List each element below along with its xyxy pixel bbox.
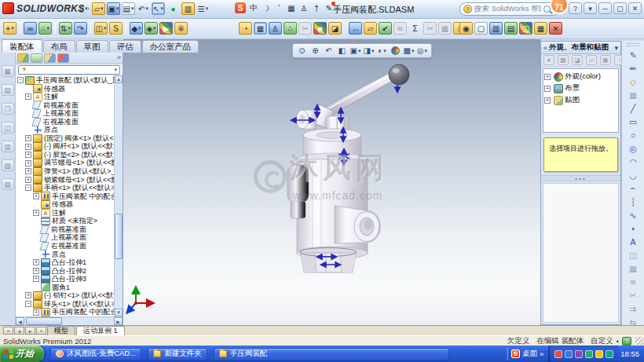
configurationmanager-tab[interactable]	[44, 53, 56, 63]
sogou-logo-icon[interactable]: S	[235, 2, 246, 13]
close-all-windows-icon[interactable]: ✕	[549, 22, 562, 35]
task-button[interactable]: 手压阀装配	[214, 348, 449, 360]
pin-icon[interactable]: ▾	[614, 44, 618, 52]
tree-item[interactable]: +注解	[16, 93, 114, 101]
tree-item[interactable]: +调节螺母<1> (默认<<默认	[16, 159, 114, 167]
tray-shield[interactable]	[606, 350, 613, 358]
tray-messenger[interactable]	[565, 350, 573, 358]
tree-item[interactable]: 右视基准面	[16, 118, 114, 126]
tree-item[interactable]: +注解	[16, 209, 114, 218]
tree-item[interactable]: +锁紧螺母<1> (默认<<默认	[16, 176, 114, 185]
tree-item[interactable]: 前视基准面	[16, 225, 114, 234]
pane-splitter[interactable]: •••	[541, 175, 620, 181]
3d-sketch-icon[interactable]: ✏	[626, 62, 640, 74]
ime-punctuation-icon[interactable]: ’	[273, 2, 284, 13]
expand-icon[interactable]: +	[25, 292, 31, 298]
left-dock-icon-2[interactable]: ▤	[2, 84, 14, 96]
expand-icon[interactable]: +	[33, 268, 39, 274]
model-tab-运动算例 1[interactable]: 运动算例 1	[76, 326, 125, 335]
linear-component-pattern-caret-icon[interactable]: ▾	[46, 25, 49, 31]
left-dock-icon-7[interactable]: ▧	[2, 178, 14, 190]
new-document-icon[interactable]: ▯▾	[77, 2, 90, 15]
tree-item[interactable]: 上视基准面	[16, 233, 114, 242]
large-assembly-mode-icon[interactable]: ≋	[393, 22, 407, 35]
tree-item[interactable]: 传感器	[16, 200, 114, 209]
design-check-icon[interactable]: ✔	[379, 22, 392, 35]
tree-item[interactable]: +(固定) 阀体<1> (默认<<默	[16, 134, 114, 143]
component-pattern-tool-icon[interactable]: ∴	[284, 22, 297, 35]
tree-item[interactable]: +(-) 阀杆<1> (默认<<默认	[16, 142, 114, 151]
rewind-button[interactable]: «	[3, 327, 13, 335]
corner-rectangle-icon[interactable]: ▭	[626, 115, 640, 127]
exploded-view-icon[interactable]: ※	[174, 22, 188, 35]
featuremanager-tab[interactable]	[17, 53, 29, 63]
save-appearance-file-icon[interactable]: ▣	[600, 55, 611, 65]
mate-diagnostics-icon[interactable]: ♙	[269, 22, 282, 35]
screen-capture-icon[interactable]: ◉	[459, 22, 473, 35]
tray-update[interactable]	[595, 350, 603, 358]
hide-show-items-icon[interactable]: ◐▾	[375, 45, 389, 57]
tab-装配体[interactable]: 装配体	[2, 39, 42, 53]
view-orientation-caret-icon[interactable]: ▾	[358, 48, 361, 54]
tree-item[interactable]: 原点	[16, 250, 114, 258]
save-icon[interactable]: ▣▾	[107, 2, 120, 15]
customize-caret-icon[interactable]: ▴	[616, 338, 619, 344]
apply-scene-icon[interactable]: ▩▾	[402, 45, 415, 57]
pack-and-go-icon[interactable]: ▱	[364, 22, 377, 35]
scroll-up-button[interactable]: ▲	[115, 75, 123, 83]
view-orientation-icon[interactable]: ▣▾	[349, 45, 362, 57]
close-button[interactable]: ✕	[628, 2, 642, 14]
line-icon[interactable]: ╱	[626, 102, 640, 114]
tree-item[interactable]: 上视基准面	[16, 109, 114, 118]
insert-components-icon[interactable]: +▾	[3, 22, 16, 35]
tree-item[interactable]: −球头<1> (默认<<默认>_显	[16, 300, 114, 309]
zoom-to-area-icon[interactable]: ⊕	[309, 45, 322, 57]
convert-entities-icon[interactable]: ⇉	[626, 302, 640, 314]
scroll-right-button[interactable]: ▶	[114, 317, 123, 325]
tab-布局[interactable]: 布局	[43, 40, 75, 53]
tree-item[interactable]: +手压阀装配 中的配合	[16, 192, 114, 201]
expand-icon[interactable]: +	[25, 177, 31, 183]
perimeter-circle-icon[interactable]: ◎	[626, 142, 640, 154]
expand-icon[interactable]: +	[33, 259, 39, 265]
open-document-caret-icon[interactable]: ▾	[101, 5, 104, 12]
prev-button[interactable]: ◂	[14, 327, 24, 335]
sketch-icon[interactable]: ✎	[626, 49, 640, 60]
collapse-icon[interactable]: −	[17, 77, 24, 83]
taskbar-divider[interactable]	[507, 348, 508, 360]
minimize-button[interactable]: ─	[598, 2, 612, 14]
window-new-icon[interactable]: ▢	[474, 22, 488, 35]
manager-tabs-overflow[interactable]: »	[117, 53, 121, 63]
print-icon[interactable]: ▤▾	[122, 2, 135, 15]
model-tab-模型[interactable]: 模型	[47, 326, 75, 335]
resize-grip[interactable]	[635, 337, 643, 345]
tab-评估[interactable]: 评估	[109, 40, 141, 53]
linear-sketch-pattern-icon[interactable]: ▦	[626, 262, 640, 274]
edit-appearance-icon[interactable]	[389, 45, 402, 57]
smart-fasteners-icon[interactable]: S	[109, 22, 123, 35]
tree-vertical-scrollbar[interactable]: ▲ ▼	[114, 75, 123, 316]
tab-草图[interactable]: 草图	[76, 40, 108, 53]
3-point-arc-icon[interactable]: ⌢	[626, 182, 640, 194]
decal-filter-icon[interactable]: ◪	[572, 55, 583, 65]
sketch-picture-icon[interactable]: ▦	[626, 89, 640, 101]
file-properties-icon[interactable]: ▥	[181, 2, 195, 15]
task-button[interactable]: 新建文件夹	[148, 348, 207, 360]
restore-button[interactable]: ▢	[613, 2, 627, 14]
expand-icon[interactable]: +	[25, 135, 31, 141]
tree-item[interactable]: +(-) 销钉<1> (默认<<默认	[16, 291, 114, 300]
expand-icon[interactable]: +	[25, 152, 31, 158]
ime-halfwidth-moon-icon[interactable]: ☽	[261, 2, 272, 13]
view-settings-icon[interactable]: ◎▾	[415, 45, 429, 57]
customize-label[interactable]: 自定义	[591, 336, 613, 346]
left-dock-icon-5[interactable]: ▥	[2, 141, 14, 152]
tangent-arc-icon[interactable]: ◡	[626, 169, 640, 181]
appearance-filter-icon[interactable]: ●	[543, 55, 554, 65]
taskpane-tree-item[interactable]: +贴图	[544, 94, 617, 106]
tray-security[interactable]	[585, 350, 593, 358]
measure-icon[interactable]: ↔	[349, 22, 362, 35]
window-tile-horizontal-icon[interactable]: ▤	[504, 22, 518, 35]
expand-icon[interactable]: +	[33, 210, 39, 216]
tree-item[interactable]: +凸台-拉伸1	[16, 258, 114, 267]
start-button[interactable]: 开始	[0, 346, 44, 362]
